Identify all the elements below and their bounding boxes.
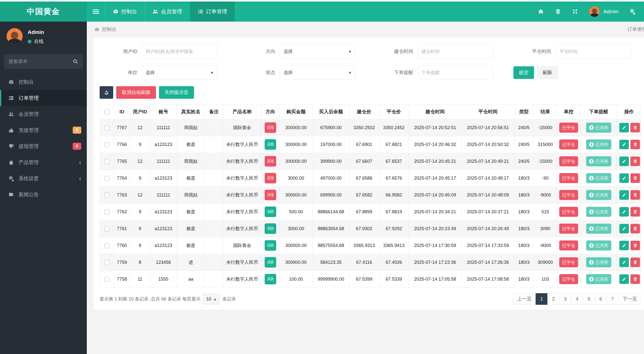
- page-button-2[interactable]: 2: [547, 293, 559, 305]
- trash-icon[interactable]: [555, 9, 561, 15]
- sidebar-item-members[interactable]: 会员管理: [0, 106, 87, 122]
- search-icon[interactable]: [73, 59, 78, 64]
- cancel-auto-refresh-button[interactable]: 取消自动刷新: [116, 86, 156, 99]
- remind-input[interactable]: [422, 70, 490, 75]
- notify-badge: 已关闭: [586, 240, 611, 250]
- sidebar-item-dashboard[interactable]: 控制台: [0, 74, 87, 90]
- page-button-6[interactable]: 6: [595, 293, 607, 305]
- breadcrumb[interactable]: 控制台: [94, 26, 116, 33]
- page-button-1[interactable]: 1: [536, 293, 548, 305]
- page-button-7[interactable]: 7: [607, 293, 619, 305]
- sidebar-item-products[interactable]: 产品管理 ‹: [0, 154, 87, 170]
- row-checkbox[interactable]: [104, 226, 109, 231]
- menu-search-input[interactable]: [9, 59, 73, 64]
- edit-button[interactable]: [619, 207, 629, 217]
- refresh-button[interactable]: 刷新: [537, 66, 558, 79]
- row-checkbox[interactable]: [104, 260, 109, 265]
- breadcrumb-bar: 控制台 订单管理: [87, 22, 644, 37]
- cell-name: 都是: [177, 204, 205, 220]
- page-size-select[interactable]: 10 ▲: [203, 293, 220, 305]
- fullscreen-icon[interactable]: [572, 9, 578, 15]
- cell-balance: 88863554.68: [313, 220, 349, 237]
- direction-select[interactable]: 选择 ▼: [280, 44, 355, 59]
- cell-close_price: 67.9292: [379, 220, 409, 237]
- pager: 上一页1234567下一页: [513, 293, 641, 305]
- sidebar-item-recharge[interactable]: 充值管理 0: [0, 122, 87, 138]
- control-select[interactable]: 选择 ▼: [142, 66, 217, 80]
- next-page-button[interactable]: 下一页: [618, 293, 641, 305]
- row-checkbox[interactable]: [104, 243, 109, 248]
- page-button-5[interactable]: 5: [583, 293, 595, 305]
- edit-button[interactable]: [619, 241, 629, 250]
- edit-button[interactable]: [619, 123, 629, 132]
- home-icon[interactable]: [538, 9, 544, 15]
- settings-gears-icon[interactable]: [629, 9, 635, 15]
- delete-button[interactable]: [630, 140, 640, 149]
- page-button-3[interactable]: 3: [559, 293, 571, 305]
- sidebar-item-news[interactable]: 新闻公告: [0, 186, 87, 203]
- delete-button[interactable]: [630, 258, 640, 267]
- row-checkbox[interactable]: [104, 193, 109, 198]
- delete-button[interactable]: [630, 241, 640, 250]
- select-all-checkbox[interactable]: [104, 110, 109, 115]
- page-button-4[interactable]: 4: [571, 293, 583, 305]
- row-checkbox[interactable]: [104, 142, 109, 147]
- status-select[interactable]: 选择 ▼: [280, 66, 355, 80]
- cell-note: [205, 271, 223, 288]
- mute-sound-button[interactable]: 关闭提示音: [159, 86, 194, 99]
- edit-button[interactable]: [619, 190, 629, 200]
- cell-dir: 买跌: [261, 271, 279, 288]
- delete-button[interactable]: [630, 274, 640, 284]
- edit-button[interactable]: [619, 224, 629, 233]
- edit-button[interactable]: [619, 140, 629, 149]
- delete-button[interactable]: [630, 173, 640, 183]
- cell-close_time: 2025-07-14 17:08:58: [462, 271, 514, 288]
- cell-close_price: 3365.9413: [379, 237, 409, 254]
- close-time-input[interactable]: [559, 49, 627, 54]
- tab-orders[interactable]: 订单管理: [190, 2, 235, 22]
- delete-button[interactable]: [630, 123, 640, 132]
- column-header-select: [100, 105, 114, 119]
- control-select-value: 选择: [146, 70, 155, 76]
- delete-button[interactable]: [630, 190, 640, 200]
- edit-button[interactable]: [619, 157, 629, 166]
- user-menu[interactable]: Admin: [589, 6, 618, 17]
- row-checkbox[interactable]: [104, 159, 109, 164]
- bell-off-icon: [589, 243, 594, 248]
- sync-button[interactable]: [100, 86, 113, 99]
- prev-page-button[interactable]: 上一页: [513, 293, 536, 305]
- column-header-notify: 下单提醒: [580, 105, 617, 119]
- delete-button[interactable]: [630, 207, 640, 217]
- user-id-input[interactable]: [146, 49, 214, 54]
- delete-button[interactable]: [630, 157, 640, 166]
- delete-button[interactable]: [630, 224, 640, 233]
- tab-dashboard[interactable]: 控制台: [105, 2, 145, 22]
- sidebar-item-withdraw[interactable]: 提现管理 0: [0, 138, 87, 154]
- cell-name: 都是: [177, 136, 205, 153]
- cell-product: 央行数字人民币: [223, 170, 261, 187]
- bell-off-icon: [589, 193, 594, 197]
- edit-button[interactable]: [619, 258, 629, 267]
- edit-button[interactable]: [619, 274, 629, 284]
- sidebar-item-label: 提现管理: [19, 143, 68, 150]
- tab-members[interactable]: 会员管理: [145, 2, 190, 22]
- navbar-tabs: 控制台 会员管理 订单管理: [87, 2, 538, 22]
- edit-button[interactable]: [619, 173, 629, 183]
- cell-dir: 买跌: [261, 204, 279, 220]
- row-checkbox[interactable]: [104, 277, 109, 282]
- sidebar-profile[interactable]: Admin 在线: [0, 22, 87, 47]
- menu-toggle-button[interactable]: [87, 2, 105, 22]
- cell-notify: 已关闭: [580, 220, 617, 237]
- sidebar-item-orders[interactable]: 订单管理: [0, 90, 87, 106]
- cell-product: 央行数字人民币: [223, 254, 261, 271]
- row-checkbox[interactable]: [104, 210, 109, 215]
- cell-result: -15000: [534, 153, 557, 170]
- row-checkbox[interactable]: [104, 176, 109, 181]
- cell-close_price: 67.4026: [379, 254, 409, 271]
- open-time-input[interactable]: [422, 49, 490, 54]
- cell-note: [205, 119, 223, 136]
- cell-select: [100, 153, 114, 170]
- sidebar-item-settings[interactable]: 系统设置 ‹: [0, 170, 87, 186]
- submit-button[interactable]: 提交: [513, 66, 534, 79]
- row-checkbox[interactable]: [104, 125, 109, 130]
